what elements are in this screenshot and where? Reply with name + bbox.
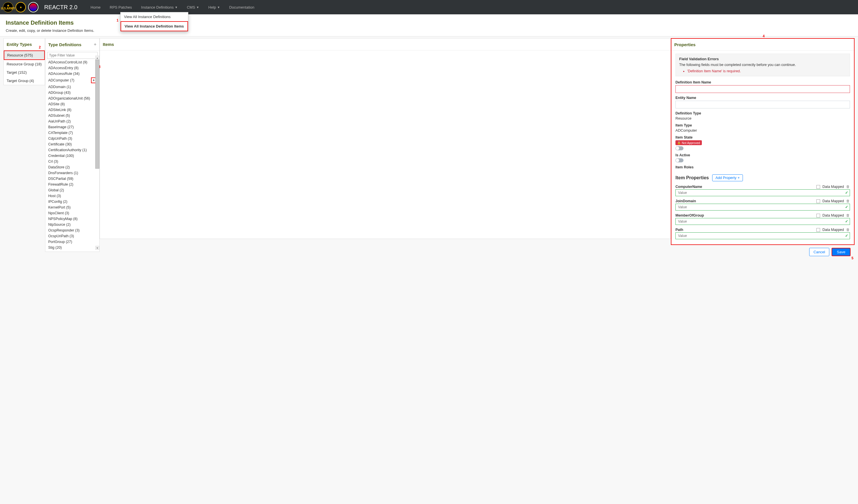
data-mapped-checkbox[interactable] (816, 228, 820, 232)
type-definition-item[interactable]: CdpUriPath (3)+ (45, 136, 99, 142)
type-definition-item[interactable]: Credential (100)+ (45, 153, 99, 159)
property-value-input[interactable] (676, 204, 850, 211)
definition-type-value: Resource (676, 116, 850, 120)
property-value-input[interactable] (676, 189, 850, 196)
validation-title: Field Validation Errors (679, 57, 846, 61)
properties-panel: Properties Field Validation Errors The f… (671, 38, 855, 245)
scroll-thumb[interactable] (95, 60, 99, 169)
delete-property-icon[interactable]: 🗑 (846, 199, 850, 203)
type-definitions-list[interactable]: ADAccessControlList (9)+ADAccessEntry (8… (45, 59, 99, 251)
data-mapped-checkbox[interactable] (816, 214, 820, 217)
items-header: Items (100, 38, 670, 50)
entity-name-input[interactable] (676, 101, 850, 109)
type-definition-item[interactable]: ADDomain (1)+ (45, 84, 99, 90)
type-definitions-panel: Type Definitions + ADAccessControlList (… (45, 38, 100, 252)
type-definition-item[interactable]: ADAccessEntry (8)+ (45, 65, 99, 71)
type-definition-item[interactable]: KernelPort (5)+ (45, 205, 99, 210)
type-definition-item[interactable]: IPConfig (2)+ (45, 199, 99, 205)
label-item-type: Item Type (676, 123, 850, 127)
nav-home[interactable]: Home (86, 0, 105, 14)
type-definition-item[interactable]: AiaUriPath (2)+ (45, 118, 99, 124)
delete-property-icon[interactable]: 🗑 (846, 185, 850, 189)
type-definition-item[interactable]: NtpSource (2)+ (45, 222, 99, 227)
type-definition-item[interactable]: CertificationAuthority (1)+ (45, 147, 99, 153)
type-definition-item[interactable]: DSCPartial (59)+ (45, 176, 99, 182)
type-definition-item[interactable]: ADSubnet (5)+ (45, 113, 99, 118)
type-definition-item[interactable]: ADSiteLink (8)+ (45, 107, 99, 113)
type-definition-item[interactable]: Certificate (30)+ (45, 142, 99, 147)
type-definition-item[interactable]: ADAccessControlList (9)+ (45, 59, 99, 65)
data-mapped-label: Data Mapped (822, 199, 844, 203)
circle-badge-icon (28, 2, 38, 12)
check-icon: ✓ (845, 233, 848, 238)
add-type-definition-icon[interactable]: + (94, 42, 96, 47)
logo-group: ★U.S.ARMY ★ (3, 2, 38, 12)
type-definition-item[interactable]: ADSite (8)+ (45, 101, 99, 107)
type-definition-item[interactable]: DataStore (2)+ (45, 164, 99, 170)
type-definition-item[interactable]: Global (2)+ (45, 187, 99, 193)
properties-header: Properties (671, 39, 854, 51)
type-definition-item[interactable]: StigException (4)+ (45, 250, 99, 251)
item-properties-header: Item Properties (676, 175, 709, 180)
type-definition-item[interactable]: NpsClient (3)+ (45, 210, 99, 216)
not-approved-badge: 🔒 Not Approved (676, 140, 702, 145)
type-definition-item[interactable]: OcspUriPath (3)+ (45, 233, 99, 239)
type-definition-item[interactable]: ADComputer (7)+ (45, 77, 99, 84)
label-is-active: Is Active (676, 153, 850, 157)
type-definition-item[interactable]: Host (3)+ (45, 193, 99, 199)
data-mapped-checkbox[interactable] (816, 199, 820, 203)
type-definition-item[interactable]: NPSPolicyMap (8)+ (45, 216, 99, 222)
data-mapped-label: Data Mapped (822, 228, 844, 232)
type-definition-item[interactable]: FirewallRule (2)+ (45, 182, 99, 187)
entity-type-item[interactable]: Target (152) (4, 68, 45, 77)
army-logo-icon: ★U.S.ARMY (3, 2, 13, 12)
property-value-input[interactable] (676, 218, 850, 225)
type-definition-item[interactable]: ADAccessRule (34)+ (45, 71, 99, 77)
nav-documentation[interactable]: Documentation (224, 0, 259, 14)
type-definition-item[interactable]: Stig (20)+ (45, 245, 99, 250)
footer-buttons: Cancel Save (671, 245, 855, 259)
property-name: Path (676, 228, 683, 232)
type-definition-item[interactable]: ADGroup (43)+ (45, 90, 99, 96)
plus-icon: + (737, 176, 740, 180)
delete-property-icon[interactable]: 🗑 (846, 228, 850, 232)
scroll-down-icon[interactable]: ▼ (95, 246, 99, 250)
scrollbar[interactable]: ▲ ▼ (95, 56, 99, 250)
dropdown-view-all-definition-items[interactable]: View All Instance Definition Items (121, 21, 188, 31)
property-name: JoinDomain (676, 199, 696, 203)
data-mapped-checkbox[interactable] (816, 185, 820, 189)
label-item-roles: Item Roles (676, 165, 850, 169)
save-button[interactable]: Save (831, 248, 851, 256)
item-property-row: PathData Mapped🗑✓ (676, 227, 850, 239)
type-definition-item[interactable]: Crl (3)+ (45, 159, 99, 164)
type-definition-item[interactable]: OcspResponder (3)+ (45, 227, 99, 233)
type-filter-input[interactable] (47, 52, 98, 59)
entity-types-panel: Entity Types 2 Resource (575)Resource Gr… (3, 38, 45, 85)
nav-help[interactable]: Help ▼ (204, 0, 225, 14)
cancel-button[interactable]: Cancel (809, 248, 829, 256)
is-active-toggle[interactable] (676, 158, 683, 162)
type-definition-item[interactable]: BaseImage (27)+ (45, 124, 99, 130)
type-definition-item[interactable]: PortGroup (27)+ (45, 239, 99, 245)
scroll-up-icon[interactable]: ▲ (95, 56, 99, 60)
entity-type-item[interactable]: Resource (575) (4, 50, 45, 60)
entity-type-item[interactable]: Resource Group (18) (4, 60, 45, 68)
property-value-input[interactable] (676, 232, 850, 239)
definition-item-name-input[interactable] (676, 85, 850, 93)
item-state-toggle[interactable] (676, 146, 683, 150)
entity-type-item[interactable]: Target Group (4) (4, 77, 45, 85)
callout-2: 2 (39, 45, 41, 49)
caret-down-icon: ▼ (196, 6, 199, 9)
dropdown-view-all-definitions[interactable]: View All Instance Definitions (121, 12, 188, 21)
add-property-button[interactable]: Add Property + (712, 174, 743, 181)
type-definition-item[interactable]: DnsForwarders (1)+ (45, 170, 99, 176)
label-entity-name: Entity Name (676, 96, 850, 100)
check-icon: ✓ (845, 205, 848, 209)
data-mapped-label: Data Mapped (822, 213, 844, 217)
check-icon: ✓ (845, 191, 848, 195)
star-badge-icon: ★ (16, 2, 26, 12)
label-definition-item-name: Definition Item Name (676, 80, 850, 84)
type-definition-item[interactable]: CATemplate (7)+ (45, 130, 99, 136)
delete-property-icon[interactable]: 🗑 (846, 213, 850, 217)
type-definition-item[interactable]: ADOrganizationalUnit (56)+ (45, 96, 99, 101)
